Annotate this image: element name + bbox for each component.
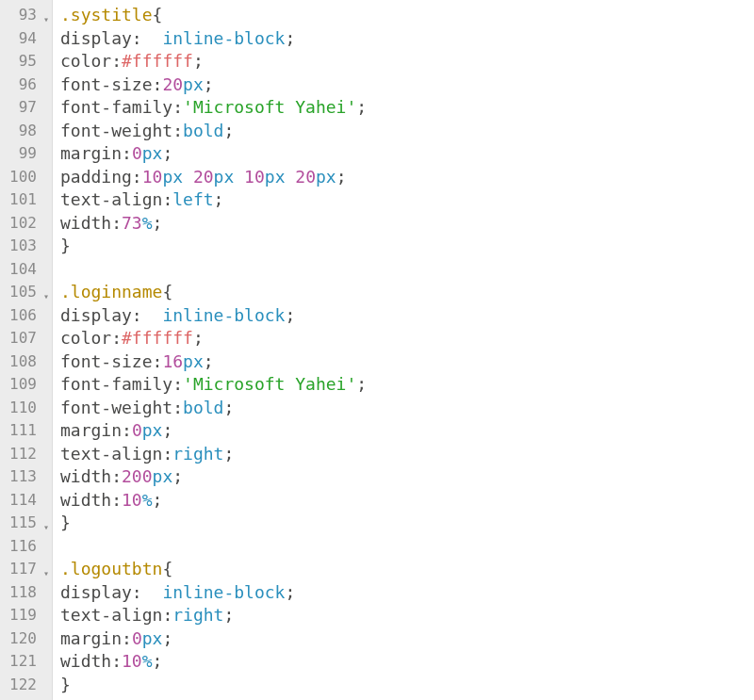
token-punct: : xyxy=(162,605,172,625)
code-line[interactable]: margin:0px; xyxy=(60,419,754,443)
code-line[interactable]: text-align:right; xyxy=(60,604,754,627)
token-semi: ; xyxy=(162,143,172,163)
line-number[interactable]: 114 xyxy=(0,489,50,513)
code-line[interactable]: font-weight:bold; xyxy=(60,397,754,420)
token-value: inline-block xyxy=(162,28,285,48)
line-number[interactable]: 120 xyxy=(0,627,50,651)
code-line[interactable]: width:10%; xyxy=(60,489,754,513)
line-number-text: 121 xyxy=(9,652,37,670)
token-semi: ; xyxy=(223,121,234,140)
line-number-text: 96 xyxy=(19,75,37,93)
line-number[interactable]: 102 xyxy=(0,212,50,236)
token-punct: : xyxy=(122,143,132,163)
line-number[interactable]: 99 xyxy=(0,142,50,166)
line-number[interactable]: 97 xyxy=(0,96,50,120)
line-number[interactable]: 109 xyxy=(0,373,50,397)
line-number[interactable]: 93▾ xyxy=(0,4,50,27)
line-number[interactable]: 111 xyxy=(0,419,50,443)
token-punct: : xyxy=(172,121,183,140)
token-unit: px xyxy=(183,74,204,94)
token-semi: ; xyxy=(162,628,172,648)
token-punct: : xyxy=(111,328,122,348)
code-line[interactable]: font-size:20px; xyxy=(60,73,754,97)
line-number-text: 98 xyxy=(19,122,37,139)
line-number[interactable]: 121 xyxy=(0,650,50,674)
code-line[interactable]: display: inline-block; xyxy=(60,304,754,328)
token-prop: margin xyxy=(60,628,122,648)
token-prop: font-size xyxy=(60,351,153,371)
line-number[interactable]: 95 xyxy=(0,50,50,73)
code-line[interactable]: color:#ffffff; xyxy=(60,50,754,73)
code-line[interactable]: width:10%; xyxy=(60,650,754,674)
code-line[interactable]: font-family:'Microsoft Yahei'; xyxy=(60,96,754,120)
token-value: right xyxy=(172,605,223,625)
line-number[interactable]: 110 xyxy=(0,397,50,420)
line-number[interactable]: 119 xyxy=(0,604,50,627)
code-line[interactable]: display: inline-block; xyxy=(60,581,754,605)
line-number[interactable]: 105▾ xyxy=(0,281,50,304)
code-line[interactable]: padding:10px 20px 10px 20px; xyxy=(60,166,754,189)
line-number[interactable]: 94 xyxy=(0,27,50,51)
code-line[interactable]: margin:0px; xyxy=(60,627,754,651)
token-brace: } xyxy=(60,236,71,255)
token-unit: % xyxy=(142,490,153,510)
line-number[interactable]: 116 xyxy=(0,535,50,559)
line-number-text: 105 xyxy=(9,283,37,301)
code-line[interactable]: text-align:left; xyxy=(60,188,754,212)
line-number[interactable]: 108 xyxy=(0,350,50,374)
code-line[interactable]: .loginname{ xyxy=(60,281,754,304)
line-number[interactable]: 104 xyxy=(0,258,50,282)
token-punct: : xyxy=(153,74,163,94)
code-line[interactable]: font-family:'Microsoft Yahei'; xyxy=(60,373,754,397)
line-number[interactable]: 96 xyxy=(0,73,50,97)
code-line[interactable] xyxy=(60,258,754,282)
code-line[interactable]: } xyxy=(60,512,754,535)
token-prop: color xyxy=(60,328,111,348)
code-area[interactable]: .systitle{display: inline-block;color:#f… xyxy=(53,0,754,700)
code-line[interactable] xyxy=(60,535,754,559)
line-number[interactable]: 107 xyxy=(0,327,50,350)
token-prop: display xyxy=(60,305,132,325)
token-brace: } xyxy=(60,675,71,694)
token-prop: margin xyxy=(60,143,122,163)
code-line[interactable]: font-weight:bold; xyxy=(60,120,754,143)
line-number[interactable]: 113 xyxy=(0,465,50,489)
token-value: bold xyxy=(183,398,223,417)
code-line[interactable]: width:200px; xyxy=(60,465,754,489)
line-number[interactable]: 101 xyxy=(0,188,50,212)
line-number[interactable]: 98 xyxy=(0,120,50,143)
token-prop: font-family xyxy=(60,374,172,394)
code-line[interactable]: text-align:right; xyxy=(60,443,754,466)
code-line[interactable]: display: inline-block; xyxy=(60,27,754,51)
line-number[interactable]: 122 xyxy=(0,674,50,697)
line-number-text: 110 xyxy=(9,399,37,416)
code-line[interactable]: .systitle{ xyxy=(60,4,754,27)
code-line[interactable]: color:#ffffff; xyxy=(60,327,754,350)
code-editor[interactable]: 93▾949596979899100101102103104105▾106107… xyxy=(0,0,754,700)
line-number[interactable]: 118 xyxy=(0,581,50,605)
line-number[interactable]: 112 xyxy=(0,443,50,466)
token-prop: padding xyxy=(60,167,132,187)
code-line[interactable]: margin:0px; xyxy=(60,142,754,166)
token-semi: ; xyxy=(285,305,295,325)
line-number[interactable]: 117▾ xyxy=(0,558,50,581)
code-line[interactable]: } xyxy=(60,235,754,258)
line-number[interactable]: 115▾ xyxy=(0,512,50,535)
line-number-text: 106 xyxy=(9,306,37,324)
code-line[interactable]: width:73%; xyxy=(60,212,754,236)
line-number-gutter[interactable]: 93▾949596979899100101102103104105▾106107… xyxy=(0,0,53,700)
code-line[interactable]: } xyxy=(60,674,754,697)
line-number-text: 101 xyxy=(9,190,37,208)
line-number[interactable]: 106 xyxy=(0,304,50,328)
code-line[interactable]: .logoutbtn{ xyxy=(60,558,754,581)
token-semi: ; xyxy=(162,420,172,440)
line-number[interactable]: 100 xyxy=(0,166,50,189)
token-prop: text-align xyxy=(60,444,162,464)
token-number: 10 xyxy=(244,167,265,187)
token-semi: ; xyxy=(153,651,163,671)
line-number[interactable]: 103 xyxy=(0,235,50,258)
token-punct: : xyxy=(122,628,132,648)
token-number: 20 xyxy=(295,167,316,187)
line-number-text: 100 xyxy=(9,168,37,186)
code-line[interactable]: font-size:16px; xyxy=(60,350,754,374)
